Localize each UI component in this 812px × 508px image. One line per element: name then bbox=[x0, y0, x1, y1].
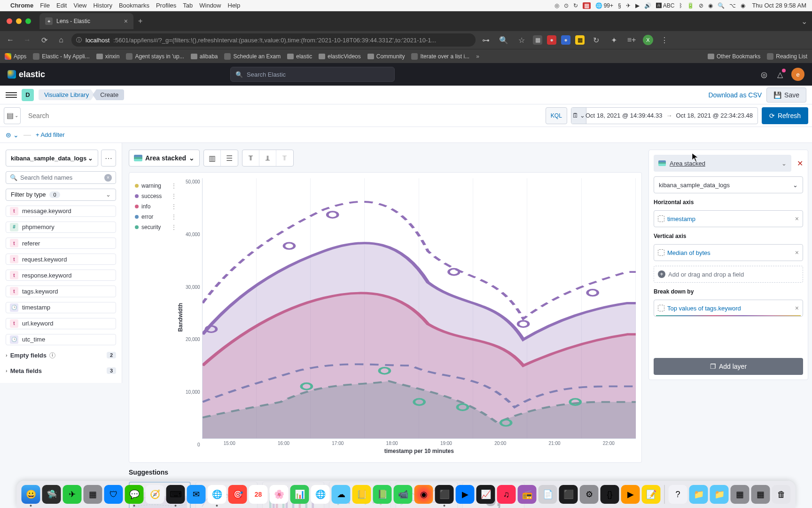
legend-toggle[interactable]: ☰ bbox=[221, 150, 238, 166]
index-pattern-actions[interactable]: ⋯ bbox=[101, 150, 116, 167]
dock-podcasts[interactable]: 📻 bbox=[518, 485, 537, 504]
dock-chrome[interactable]: 🌐 bbox=[208, 485, 226, 504]
profile-avatar[interactable]: X bbox=[643, 35, 653, 45]
dock-folder[interactable]: 📁 bbox=[710, 485, 729, 504]
dock-downloads[interactable]: 📁 bbox=[689, 485, 708, 504]
minimize-window[interactable] bbox=[16, 18, 22, 24]
extensions-puzzle-icon[interactable]: ✦ bbox=[607, 33, 620, 47]
reading-list-icon[interactable]: ≡+ bbox=[625, 33, 638, 47]
newsfeed-icon[interactable]: △ bbox=[775, 70, 785, 79]
dock-app[interactable]: 📄 bbox=[539, 485, 557, 504]
clock[interactable]: Thu Oct 28 9:58 AM bbox=[752, 2, 806, 9]
bookmark-item[interactable]: Agent stays in 'up... bbox=[126, 53, 184, 60]
status-icon[interactable]: ↻ bbox=[573, 2, 578, 9]
dock-app[interactable]: 🛸 bbox=[42, 485, 61, 504]
dock-folder[interactable]: ▦ bbox=[731, 485, 750, 504]
nav-toggle[interactable] bbox=[6, 89, 17, 101]
status-icon[interactable]: § bbox=[618, 2, 621, 9]
spotlight-icon[interactable]: 🔍 bbox=[718, 2, 725, 9]
legend-actions-icon[interactable]: ⋮ bbox=[171, 182, 177, 190]
dock-folder[interactable]: ▦ bbox=[751, 485, 770, 504]
dock-help[interactable]: ? bbox=[669, 485, 687, 504]
menu-bookmarks[interactable]: Bookmarks bbox=[119, 2, 149, 9]
query-input[interactable] bbox=[24, 107, 542, 124]
dock-app[interactable]: ◉ bbox=[414, 485, 433, 504]
bookmark-folder[interactable]: elasticVideos bbox=[319, 53, 361, 60]
clear-icon[interactable]: × bbox=[104, 174, 112, 182]
password-icon[interactable]: ⊶ bbox=[479, 33, 492, 47]
dock-app[interactable]: 📊 bbox=[290, 485, 309, 504]
bookmark-item[interactable]: Iterate over a list i... bbox=[411, 53, 469, 60]
dock-safari[interactable]: 🧭 bbox=[146, 485, 164, 504]
field-item[interactable]: tmessage.keyword bbox=[6, 206, 116, 217]
zoom-icon[interactable]: 🔍 bbox=[497, 33, 510, 47]
vertical-axis-empty-drop[interactable]: + Add or drag and drop a field bbox=[654, 266, 803, 283]
index-pattern-select[interactable]: kibana_sample_data_logs ⌄ bbox=[6, 150, 98, 167]
legend-item[interactable]: success⋮ bbox=[135, 192, 177, 200]
menu-history[interactable]: History bbox=[93, 2, 112, 9]
bluetooth-icon[interactable]: ᛒ bbox=[679, 2, 682, 9]
bookmark-star-icon[interactable]: ☆ bbox=[515, 33, 528, 47]
legend-item[interactable]: info⋮ bbox=[135, 203, 177, 210]
dock-notes[interactable]: 📝 bbox=[642, 485, 661, 504]
close-window[interactable] bbox=[7, 18, 12, 24]
menu-help[interactable]: Help bbox=[228, 2, 241, 9]
legend-actions-icon[interactable]: ⋮ bbox=[171, 213, 177, 221]
dock-calendar[interactable]: 28 bbox=[249, 485, 268, 504]
info-icon[interactable]: i bbox=[49, 352, 55, 358]
siri-icon[interactable]: ◉ bbox=[741, 2, 745, 9]
dock-app[interactable]: ▶ bbox=[456, 485, 475, 504]
status-icon[interactable]: ⊙ bbox=[564, 2, 569, 9]
bookmark-item[interactable]: Schedule an Exam bbox=[224, 53, 281, 60]
legend-actions-icon[interactable]: ⋮ bbox=[171, 192, 177, 200]
menu-window[interactable]: Window bbox=[199, 2, 221, 9]
dock-app[interactable]: 📒 bbox=[352, 485, 371, 504]
extension-icon[interactable]: ● bbox=[547, 35, 556, 45]
menu-file[interactable]: File bbox=[40, 2, 50, 9]
breakdown-dimension[interactable]: Top values of tags.keyword × bbox=[654, 300, 803, 317]
filter-by-type[interactable]: Filter by type 0 ⌄ bbox=[6, 189, 116, 201]
dock-trash[interactable]: 🗑 bbox=[772, 485, 791, 504]
close-tab-icon[interactable]: × bbox=[124, 17, 128, 25]
menu-view[interactable]: View bbox=[73, 2, 86, 9]
layer-datasource[interactable]: kibana_sample_data_logs ⌄ bbox=[654, 176, 803, 193]
reading-list[interactable]: Reading List bbox=[767, 53, 807, 60]
site-info-icon[interactable]: ⓘ bbox=[76, 36, 82, 44]
labels-toggle[interactable]: ▥ bbox=[204, 150, 221, 166]
save-button[interactable]: 💾 Save bbox=[766, 87, 806, 103]
dock-app[interactable]: ✈ bbox=[63, 485, 82, 504]
control-center-icon[interactable]: ⌥ bbox=[729, 2, 736, 9]
dock-app[interactable]: ⚙ bbox=[580, 485, 599, 504]
field-item[interactable]: ttags.keyword bbox=[6, 286, 116, 297]
status-icon[interactable]: ◎ bbox=[554, 2, 559, 9]
legend-actions-icon[interactable]: ⋮ bbox=[171, 223, 177, 231]
status-icon[interactable]: ▶ bbox=[635, 2, 640, 9]
field-item[interactable]: treferer bbox=[6, 238, 116, 249]
bookmark-folder[interactable]: Community bbox=[367, 53, 405, 60]
new-tab-button[interactable]: + bbox=[138, 17, 142, 25]
help-icon[interactable]: ◎ bbox=[759, 70, 769, 79]
dock-app[interactable]: ⬛ bbox=[559, 485, 578, 504]
user-avatar[interactable]: e bbox=[791, 68, 804, 81]
legend-item[interactable]: warning⋮ bbox=[135, 182, 177, 190]
add-layer-button[interactable]: ❐ Add layer bbox=[654, 358, 803, 375]
elastic-logo[interactable]: elastic bbox=[8, 70, 45, 79]
status-icon[interactable]: ▦ bbox=[583, 2, 591, 9]
extension-icon[interactable]: ● bbox=[561, 35, 570, 45]
vertical-axis-dimension[interactable]: Median of bytes × bbox=[654, 244, 803, 261]
dock-terminal[interactable]: ⌨ bbox=[166, 485, 185, 504]
bookmark-folder[interactable]: alibaba bbox=[191, 53, 218, 60]
menu-tab[interactable]: Tab bbox=[183, 2, 193, 9]
chrome-menu-icon[interactable]: ⋮ bbox=[658, 33, 671, 47]
empty-fields-toggle[interactable]: › Empty fields i 2 bbox=[6, 350, 116, 361]
extension-icon[interactable]: ▦ bbox=[533, 35, 542, 45]
global-search[interactable]: 🔍 Search Elastic bbox=[230, 67, 395, 82]
reload-button[interactable]: ⟳ bbox=[38, 33, 51, 47]
extension-icon[interactable]: ▦ bbox=[575, 35, 585, 45]
search-fields-input[interactable]: 🔍 Search field names × bbox=[6, 171, 116, 184]
home-button[interactable]: ⌂ bbox=[55, 33, 68, 47]
dock-app[interactable]: {} bbox=[601, 485, 619, 504]
dock-app[interactable]: ▶ bbox=[621, 485, 640, 504]
dock-stocks[interactable]: 📈 bbox=[476, 485, 495, 504]
left-axis-config[interactable]: ⫪ bbox=[242, 150, 259, 166]
